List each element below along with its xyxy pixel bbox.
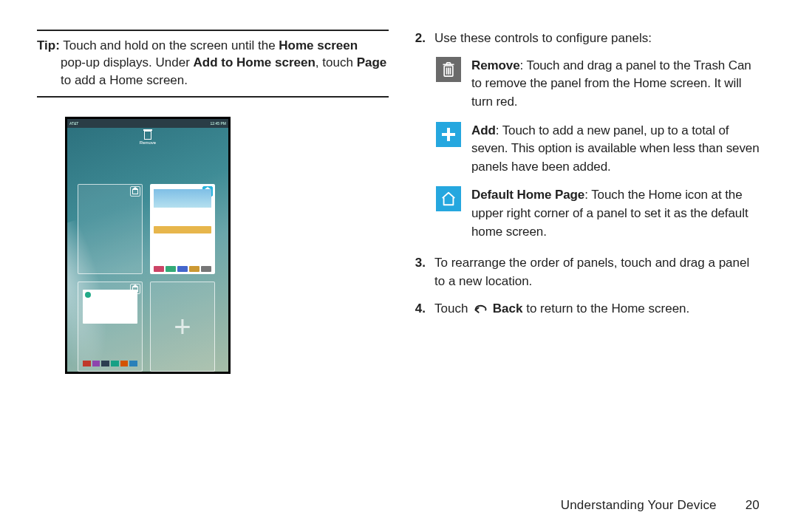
clock-label: 12:45 PM <box>211 121 226 126</box>
panel-main <box>150 184 215 274</box>
plus-icon: + <box>174 312 191 341</box>
two-column-layout: Tip: Touch and hold on the screen until … <box>37 30 761 374</box>
step-number: 3. <box>409 254 426 290</box>
control-default-home: Default Home Page: Touch the Home icon a… <box>436 186 761 241</box>
tip-line-2: pop-up displays. Under Add to Home scree… <box>61 54 389 71</box>
control-add-rest: : Touch to add a new panel, up to a tota… <box>471 123 760 174</box>
tip-line1-rest: Touch and hold on the screen until the <box>60 38 279 52</box>
widget-search <box>154 226 211 233</box>
step-text: Use these controls to configure panels: <box>434 30 761 48</box>
step4-pre: Touch <box>434 301 471 316</box>
step4-bold: Back <box>493 301 523 316</box>
tip-line2-a: pop-up displays. Under <box>61 55 194 69</box>
trash-icon <box>436 57 461 82</box>
manual-page: Tip: Touch and hold on the screen until … <box>0 0 798 532</box>
screenshot-figure: AT&T 12:45 PM Remove <box>65 117 389 374</box>
control-home-text: Default Home Page: Touch the Home icon a… <box>471 186 761 241</box>
home-corner-icon <box>130 186 140 197</box>
back-icon <box>473 302 488 321</box>
tip-line-3: to add a Home screen. <box>61 72 389 89</box>
page-footer: Understanding Your Device 20 <box>561 498 760 513</box>
svg-rect-9 <box>442 133 455 136</box>
control-add: Add: Touch to add a new panel, up to a t… <box>436 122 761 177</box>
tip-bold-page: Page <box>357 55 387 69</box>
phone-screenshot: AT&T 12:45 PM Remove <box>65 117 231 374</box>
control-remove-text: Remove: Touch and drag a panel to the Tr… <box>471 57 761 112</box>
step-number: 2. <box>409 30 426 48</box>
remove-drop-target: Remove <box>67 128 228 147</box>
home-icon <box>436 186 461 211</box>
status-bar: AT&T 12:45 PM <box>67 119 228 128</box>
control-remove-bold: Remove <box>471 58 520 72</box>
tip-bold-home-screen: Home screen <box>279 38 358 52</box>
tip-line2-b: , touch <box>316 55 357 69</box>
widget-weather <box>154 189 211 220</box>
step-number: 4. <box>409 300 426 321</box>
app-dock <box>154 266 211 272</box>
control-add-bold: Add <box>471 123 496 137</box>
right-column: 2. Use these controls to configure panel… <box>409 30 761 374</box>
remove-label: Remove <box>140 140 156 145</box>
control-home-bold: Default Home Page <box>471 188 584 202</box>
panel-empty <box>78 184 143 274</box>
tip-label: Tip: <box>37 38 60 52</box>
plus-icon <box>436 122 461 147</box>
control-add-text: Add: Touch to add a new panel, up to a t… <box>471 122 761 177</box>
step4-post: to return to the Home screen. <box>522 301 689 316</box>
step-text: To rearrange the order of panels, touch … <box>434 254 761 290</box>
tip-bold-add: Add to Home screen <box>194 55 316 69</box>
control-remove: Remove: Touch and drag a panel to the Tr… <box>436 57 761 112</box>
tip-line-1: Tip: Touch and hold on the screen until … <box>37 37 389 54</box>
trash-icon <box>144 131 151 140</box>
panel-grid: + <box>78 184 215 372</box>
panel-add: + <box>150 282 215 372</box>
step-3: 3. To rearrange the order of panels, tou… <box>409 254 761 290</box>
controls-list: Remove: Touch and drag a panel to the Tr… <box>436 57 761 242</box>
widget-card <box>83 290 137 324</box>
section-title: Understanding Your Device <box>561 498 717 512</box>
app-dock <box>83 361 137 366</box>
panel-secondary <box>78 282 143 372</box>
step-4: 4. Touch Back to return to the Home scre… <box>409 300 761 321</box>
step-2: 2. Use these controls to configure panel… <box>409 30 761 48</box>
carrier-label: AT&T <box>69 121 78 126</box>
tip-box: Tip: Touch and hold on the screen until … <box>37 30 389 98</box>
left-column: Tip: Touch and hold on the screen until … <box>37 30 389 374</box>
step-text: Touch Back to return to the Home screen. <box>434 300 761 321</box>
page-number: 20 <box>746 498 760 513</box>
